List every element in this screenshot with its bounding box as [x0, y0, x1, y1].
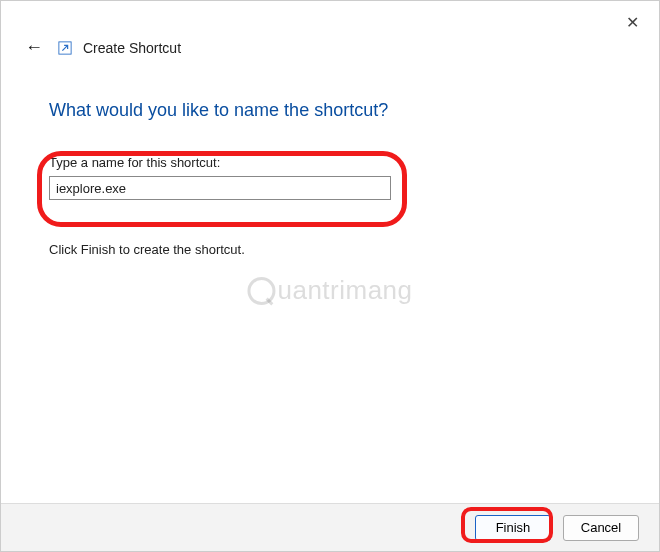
wizard-header: ← Create Shortcut	[1, 1, 659, 60]
wizard-content: What would you like to name the shortcut…	[1, 60, 659, 257]
back-arrow-icon[interactable]: ←	[21, 35, 47, 60]
finish-button[interactable]: Finish	[475, 515, 551, 541]
create-shortcut-wizard: ✕ ← Create Shortcut What would you like …	[0, 0, 660, 552]
wizard-title: Create Shortcut	[83, 40, 181, 56]
shortcut-name-input[interactable]	[49, 176, 391, 200]
watermark-q-icon	[247, 277, 275, 305]
finish-hint-text: Click Finish to create the shortcut.	[49, 242, 611, 257]
watermark: uantrimang	[247, 275, 412, 306]
wizard-footer: Finish Cancel	[1, 503, 659, 551]
shortcut-badge-icon	[57, 40, 73, 56]
cancel-button[interactable]: Cancel	[563, 515, 639, 541]
close-icon[interactable]: ✕	[622, 9, 643, 36]
watermark-text: uantrimang	[277, 275, 412, 306]
page-heading: What would you like to name the shortcut…	[49, 100, 611, 121]
shortcut-name-label: Type a name for this shortcut:	[49, 155, 611, 170]
